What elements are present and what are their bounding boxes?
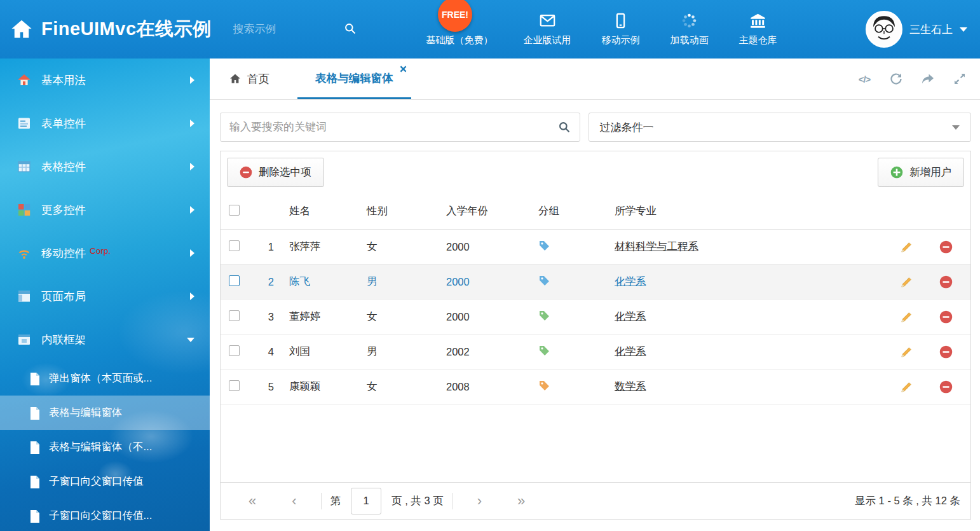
last-page-icon[interactable]: » — [514, 494, 529, 508]
nav-item-enterprise-trial[interactable]: 企业版试用 — [524, 12, 571, 46]
column-header-major[interactable]: 所学专业 — [603, 204, 892, 218]
tag-icon — [538, 345, 550, 357]
page-number-input[interactable] — [351, 488, 381, 514]
add-user-label: 新增用户 — [909, 165, 951, 179]
major-link[interactable]: 化学系 — [615, 310, 646, 322]
delete-selected-label: 删除选中项 — [259, 165, 311, 179]
header-search — [231, 19, 358, 39]
table-row[interactable]: 2 陈飞 男 2000 化学系 — [221, 265, 970, 300]
select-all-checkbox[interactable] — [229, 205, 240, 216]
filter-dropdown[interactable]: 过滤条件一 — [589, 113, 972, 142]
edit-icon[interactable] — [900, 345, 913, 359]
brand[interactable]: FineUIMvc在线示例 — [0, 17, 212, 42]
row-number: 5 — [252, 381, 278, 393]
main-content: 首页 表格与编辑窗体 </> — [210, 59, 980, 531]
cell-year: 2002 — [435, 346, 527, 358]
row-checkbox[interactable] — [229, 275, 240, 286]
delete-row-icon[interactable] — [939, 310, 953, 324]
tag-icon — [538, 275, 550, 287]
previous-page-icon[interactable]: ‹ — [288, 494, 300, 508]
nav-item-loading-animation[interactable]: 加载动画 — [670, 12, 709, 46]
edit-icon[interactable] — [900, 380, 913, 394]
sidebar-item-mobile-controls[interactable]: 移动控件 Corp. — [0, 231, 210, 275]
tag-icon — [538, 310, 550, 322]
search-icon[interactable] — [344, 22, 357, 35]
column-header-group[interactable]: 分组 — [527, 204, 603, 218]
sidebar-subitem-grid-edit-window-alt[interactable]: 表格与编辑窗体（不... — [0, 430, 210, 464]
file-icon — [29, 509, 41, 523]
row-checkbox[interactable] — [229, 380, 240, 391]
sidebar-subitem-grid-edit-window[interactable]: 表格与编辑窗体 — [0, 396, 210, 430]
sidebar-item-grid-controls[interactable]: 表格控件 — [0, 145, 210, 188]
delete-row-icon[interactable] — [939, 275, 953, 289]
source-code-icon[interactable]: </> — [857, 71, 872, 86]
sidebar-subitem-child-to-parent-alt[interactable]: 子窗口向父窗口传值... — [0, 499, 210, 531]
pagination-bar: « ‹ 第 页 , 共 3 页 › » 显示 1 - 5 条 , 共 12 条 — [221, 482, 970, 519]
maximize-icon[interactable] — [952, 71, 967, 86]
table-row[interactable]: 5 康颖颖 女 2008 数学系 — [221, 369, 970, 404]
frame-icon — [17, 332, 32, 347]
add-user-button[interactable]: 新增用户 — [878, 158, 964, 187]
row-number: 4 — [252, 346, 278, 358]
plus-circle-icon — [890, 166, 903, 179]
sidebar-item-label: 内联框架 — [41, 332, 86, 347]
next-page-icon[interactable]: › — [473, 494, 486, 508]
header-search-input[interactable] — [231, 19, 358, 39]
sidebar-subitem-child-to-parent[interactable]: 子窗口向父窗口传值 — [0, 464, 210, 499]
row-checkbox[interactable] — [229, 240, 240, 251]
record-count-summary: 显示 1 - 5 条 , 共 12 条 — [855, 494, 960, 508]
sidebar-item-basic-usage[interactable]: 基本用法 — [0, 59, 210, 102]
major-link[interactable]: 化学系 — [615, 275, 646, 287]
delete-row-icon[interactable] — [939, 380, 953, 394]
delete-selected-button[interactable]: 删除选中项 — [227, 158, 324, 187]
sidebar-item-label: 移动控件 — [41, 245, 86, 261]
row-checkbox[interactable] — [229, 310, 240, 321]
form-icon — [17, 116, 32, 131]
nav-item-mobile-demo[interactable]: 移动示例 — [602, 12, 640, 46]
tab-home[interactable]: 首页 — [229, 59, 269, 99]
table-row[interactable]: 1 张萍萍 女 2000 材料科学与工程系 — [221, 230, 970, 265]
sidebar-item-iframe[interactable]: 内联框架 — [0, 318, 210, 361]
major-link[interactable]: 化学系 — [615, 345, 646, 357]
sidebar-subitem-popup-window[interactable]: 弹出窗体（本页面或... — [0, 361, 210, 396]
nav-item-label: 移动示例 — [602, 34, 640, 46]
cell-gender: 女 — [355, 310, 435, 324]
cell-gender: 女 — [355, 380, 435, 394]
edit-icon[interactable] — [900, 240, 913, 254]
nav-item-theme-repo[interactable]: 主题仓库 — [739, 12, 777, 46]
open-in-new-window-icon[interactable] — [920, 71, 936, 86]
edit-icon[interactable] — [900, 275, 913, 289]
row-number: 3 — [252, 311, 278, 323]
delete-row-icon[interactable] — [939, 345, 953, 359]
tag-icon — [538, 240, 550, 252]
page-prefix-label: 第 — [330, 494, 341, 508]
tab-grid-edit-window[interactable]: 表格与编辑窗体 — [297, 59, 411, 99]
row-checkbox[interactable] — [229, 345, 240, 356]
sidebar-subitem-label: 表格与编辑窗体（不... — [49, 440, 152, 454]
major-link[interactable]: 数学系 — [615, 380, 646, 392]
sidebar-item-page-layout[interactable]: 页面布局 — [0, 275, 210, 318]
edit-icon[interactable] — [900, 310, 913, 324]
sidebar-item-form-controls[interactable]: 表单控件 — [0, 102, 210, 145]
refresh-icon[interactable] — [888, 71, 904, 86]
search-icon[interactable] — [558, 121, 571, 134]
home-icon — [17, 72, 32, 88]
column-header-gender[interactable]: 性别 — [355, 204, 435, 218]
column-header-year[interactable]: 入学年份 — [435, 204, 527, 218]
close-icon[interactable] — [400, 66, 407, 72]
major-link[interactable]: 材料科学与工程系 — [615, 240, 698, 252]
delete-row-icon[interactable] — [939, 240, 953, 254]
table-row[interactable]: 3 董婷婷 女 2000 化学系 — [221, 300, 970, 334]
sidebar-item-more-controls[interactable]: 更多控件 — [0, 188, 210, 231]
filter-row: 过滤条件一 — [210, 100, 980, 151]
column-header-name[interactable]: 姓名 — [278, 204, 355, 218]
chevron-down-icon — [960, 27, 967, 32]
app-root: FineUIMvc在线示例 FREE! 基础版（免费） 企业版试用 — [0, 0, 980, 531]
row-number: 1 — [252, 241, 278, 253]
nav-item-label: 加载动画 — [670, 34, 709, 46]
user-menu[interactable]: 三生石上 — [866, 11, 980, 48]
first-page-icon[interactable]: « — [245, 494, 260, 508]
keyword-search-input[interactable] — [220, 113, 580, 142]
table-row[interactable]: 4 刘国 男 2002 化学系 — [221, 334, 970, 369]
sidebar-item-label: 页面布局 — [41, 289, 86, 304]
